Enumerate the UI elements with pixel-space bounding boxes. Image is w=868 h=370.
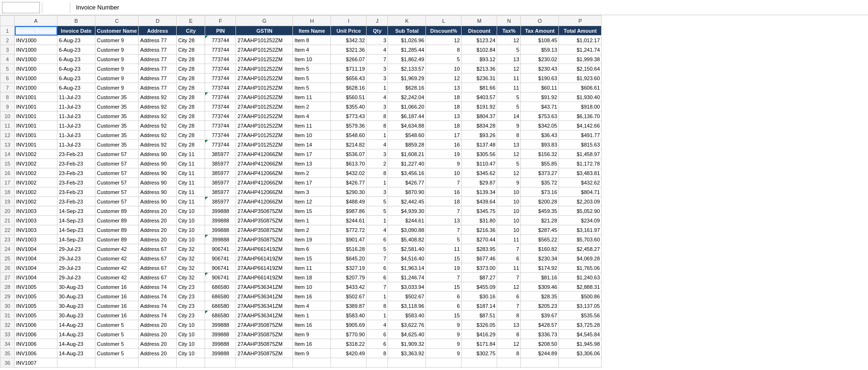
cell-r18-c2[interactable]: Customer 57: [95, 187, 139, 197]
cell-r24-c2[interactable]: Customer 42: [95, 244, 139, 254]
cell-r17-c7[interactable]: Item 17: [293, 178, 331, 187]
cell-r30-c6[interactable]: 27AAHP536341ZM: [236, 301, 293, 311]
cell-r28-c3[interactable]: Address 74: [139, 282, 177, 292]
cell-r20-c13[interactable]: 10: [497, 206, 521, 216]
cell-r17-c9[interactable]: 1: [367, 178, 388, 187]
cell-r21-c9[interactable]: 1: [367, 216, 388, 225]
cell-r11-c7[interactable]: Item 11: [293, 121, 331, 130]
cell-r35-c10[interactable]: $3,363.92: [388, 349, 426, 358]
cell-r8-c4[interactable]: City 28: [177, 92, 205, 102]
cell-r2-c2[interactable]: Customer 9: [95, 36, 139, 45]
cell-r13-c9[interactable]: 4: [367, 140, 388, 149]
cell-r14-c8[interactable]: $536.07: [331, 149, 367, 159]
cell-r26-c2[interactable]: Customer 42: [95, 263, 139, 273]
cell-r3-c9[interactable]: 4: [367, 45, 388, 55]
cell-r5-c0[interactable]: INV1000: [15, 64, 57, 74]
cell-r33-c10[interactable]: $4,625.40: [388, 330, 426, 339]
cell-r2-c13[interactable]: 12: [497, 36, 521, 45]
cell-r9-c10[interactable]: $1,066.20: [388, 102, 426, 111]
cell-r29-c5[interactable]: 686580: [205, 292, 236, 301]
cell-r36-c4[interactable]: [177, 358, 205, 368]
cell-r14-c11[interactable]: 19: [426, 149, 462, 159]
cell-r11-c15[interactable]: $4,142.66: [559, 121, 602, 130]
cell-r8-c7[interactable]: Item 11: [293, 92, 331, 102]
cell-r25-c6[interactable]: 27AAHP661419ZM: [236, 254, 293, 263]
cell-r28-c8[interactable]: $433.42: [331, 282, 367, 292]
cell-r36-c8[interactable]: [331, 358, 367, 368]
cell-r32-c6[interactable]: 27AAHP350875ZM: [236, 320, 293, 330]
cell-r12-c0[interactable]: INV1001: [15, 130, 57, 140]
cell-r11-c1[interactable]: 11-Jul-23: [57, 121, 95, 130]
cell-r14-c13[interactable]: 12: [497, 149, 521, 159]
header-invoice-number[interactable]: Invoice Number: [15, 26, 57, 36]
cell-r29-c7[interactable]: Item 16: [293, 292, 331, 301]
cell-r22-c11[interactable]: 7: [426, 225, 462, 235]
cell-r35-c2[interactable]: Customer 5: [95, 349, 139, 358]
cell-r19-c3[interactable]: Address 90: [139, 197, 177, 206]
cell-r26-c7[interactable]: Item 11: [293, 263, 331, 273]
cell-r9-c13[interactable]: 5: [497, 102, 521, 111]
cell-r29-c0[interactable]: INV1005: [15, 292, 57, 301]
cell-r22-c0[interactable]: INV1003: [15, 225, 57, 235]
cell-r10-c2[interactable]: Customer 35: [95, 111, 139, 121]
cell-r29-c3[interactable]: Address 74: [139, 292, 177, 301]
cell-r25-c7[interactable]: Item 15: [293, 254, 331, 263]
cell-r18-c11[interactable]: 16: [426, 187, 462, 197]
cell-r4-c1[interactable]: 6-Aug-23: [57, 55, 95, 64]
cell-r29-c9[interactable]: 1: [367, 292, 388, 301]
cell-r32-c9[interactable]: 4: [367, 320, 388, 330]
cell-r33-c6[interactable]: 27AAHP350875ZM: [236, 330, 293, 339]
cell-r6-c4[interactable]: City 28: [177, 74, 205, 83]
cell-r7-c11[interactable]: 13: [426, 83, 462, 92]
cell-r14-c15[interactable]: $1,458.97: [559, 149, 602, 159]
cell-r10-c10[interactable]: $6,187.44: [388, 111, 426, 121]
cell-r24-c9[interactable]: 5: [367, 244, 388, 254]
cell-r10-c3[interactable]: Address 92: [139, 111, 177, 121]
cell-r30-c7[interactable]: Item 4: [293, 301, 331, 311]
cell-r31-c2[interactable]: Customer 16: [95, 311, 139, 320]
cell-r30-c10[interactable]: $3,118.96: [388, 301, 426, 311]
cell-r23-c0[interactable]: INV1003: [15, 235, 57, 244]
cell-r19-c11[interactable]: 18: [426, 197, 462, 206]
cell-r3-c12[interactable]: $102.84: [462, 45, 497, 55]
cell-r12-c3[interactable]: Address 92: [139, 130, 177, 140]
cell-r11-c9[interactable]: 8: [367, 121, 388, 130]
cell-r27-c3[interactable]: Address 67: [139, 273, 177, 282]
cell-r4-c3[interactable]: Address 77: [139, 55, 177, 64]
cell-r4-c0[interactable]: INV1000: [15, 55, 57, 64]
cell-r30-c11[interactable]: 6: [426, 301, 462, 311]
cell-r19-c4[interactable]: City 11: [177, 197, 205, 206]
cell-r19-c1[interactable]: 23-Feb-23: [57, 197, 95, 206]
cell-r20-c12[interactable]: $345.75: [462, 206, 497, 216]
cell-r2-c10[interactable]: $1,026.96: [388, 36, 426, 45]
cell-r4-c9[interactable]: 7: [367, 55, 388, 64]
cell-r36-c1[interactable]: [57, 358, 95, 368]
cell-r31-c7[interactable]: Item 1: [293, 311, 331, 320]
cell-r23-c13[interactable]: 11: [497, 235, 521, 244]
cell-r22-c5[interactable]: 399888: [205, 225, 236, 235]
cell-r23-c14[interactable]: $565.22: [521, 235, 559, 244]
cell-r21-c4[interactable]: City 10: [177, 216, 205, 225]
cell-r28-c13[interactable]: 12: [497, 282, 521, 292]
cell-r8-c2[interactable]: Customer 35: [95, 92, 139, 102]
cell-r15-c1[interactable]: 23-Feb-23: [57, 159, 95, 168]
cell-r25-c2[interactable]: Customer 42: [95, 254, 139, 263]
cell-r13-c8[interactable]: $214.82: [331, 140, 367, 149]
cell-r22-c13[interactable]: 10: [497, 225, 521, 235]
cell-r25-c1[interactable]: 29-Jul-23: [57, 254, 95, 263]
cell-r13-c13[interactable]: 13: [497, 140, 521, 149]
cell-r19-c9[interactable]: 5: [367, 197, 388, 206]
cell-r26-c0[interactable]: INV1004: [15, 263, 57, 273]
cell-r2-c3[interactable]: Address 77: [139, 36, 177, 45]
cell-r14-c2[interactable]: Customer 57: [95, 149, 139, 159]
cell-r25-c11[interactable]: 15: [426, 254, 462, 263]
cell-r8-c11[interactable]: 18: [426, 92, 462, 102]
col-header-g[interactable]: G: [236, 16, 293, 26]
header-tax-pct[interactable]: Tax%: [497, 26, 521, 36]
cell-r13-c6[interactable]: 27AAHP101252ZM: [236, 140, 293, 149]
cell-r24-c7[interactable]: Item 6: [293, 244, 331, 254]
cell-r20-c0[interactable]: INV1003: [15, 206, 57, 216]
cell-r3-c5[interactable]: 773744: [205, 45, 236, 55]
col-header-a[interactable]: A: [15, 16, 57, 26]
cell-r34-c12[interactable]: $171.84: [462, 339, 497, 349]
